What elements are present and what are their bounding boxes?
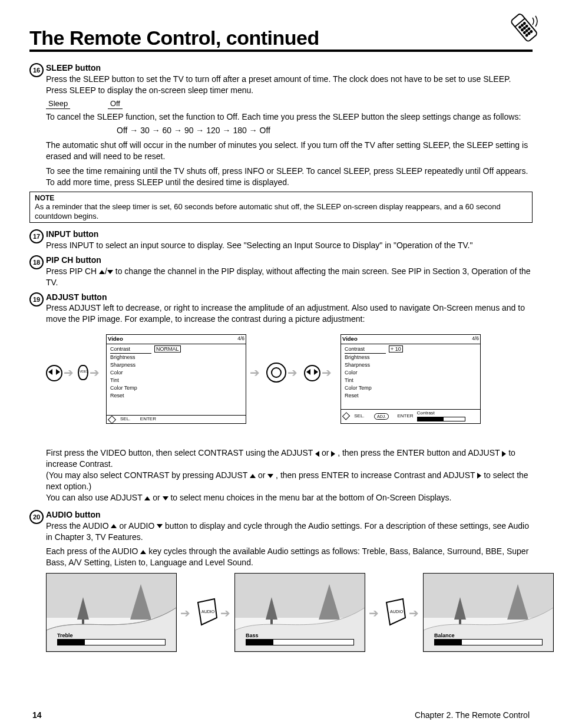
osd2-tint: Tint: [345, 377, 477, 384]
left-triangle-icon: [315, 451, 319, 457]
up-triangle-icon: [250, 474, 256, 478]
photo-bass: Bass: [234, 573, 365, 652]
flow-arrow-icon: ➔: [287, 365, 297, 381]
osd1-tint: Tint: [110, 377, 242, 384]
note-heading: NOTE: [35, 194, 527, 202]
adjust-line-b: (You may also select CONTRAST by pressin…: [46, 470, 533, 492]
osd1-brightness: Brightness: [110, 354, 242, 361]
svg-rect-14: [47, 574, 176, 618]
right-triangle-icon: [477, 473, 481, 479]
audio-example: Each press of the AUDIO key cycles throu…: [46, 546, 533, 568]
item-17: 17 INPUT button Press INPUT to select an…: [29, 229, 533, 251]
svg-point-12: [528, 32, 530, 35]
sleep-osd-value: Off: [108, 98, 123, 110]
flow-arrow-icon: ➔: [369, 605, 379, 621]
photo1-label: Treble: [57, 632, 166, 639]
item-20: 20 AUDIO button Press the AUDIO or AUDIO…: [29, 509, 533, 673]
header-divider: [29, 50, 533, 52]
adjust-line-a: First press the VIDEO button, then selec…: [46, 447, 533, 470]
osd2-foot-sel: SEL.: [354, 413, 364, 420]
flow-arrow-icon: ➔: [322, 365, 332, 381]
page-footer: 14 Chapter 2. The Remote Control: [0, 710, 562, 721]
audio-body-mid: or AUDIO: [119, 521, 154, 531]
svg-point-6: [523, 27, 525, 29]
flow-arrow-icon: ➔: [180, 605, 190, 621]
osd-screen-2: Video 4/6 Contrast + 10 Brightness Sharp…: [340, 334, 481, 424]
sleep-para-b: The automatic shut off will occur in the…: [46, 140, 533, 162]
svg-point-3: [521, 24, 523, 27]
osd1-foot-enter: ENTER: [140, 416, 156, 423]
video-button-icon: VIDEO: [78, 365, 88, 380]
note-box: NOTE As a reminder that the sleep timer …: [29, 192, 533, 223]
down-triangle-icon: [163, 496, 168, 500]
svg-point-13: [530, 30, 533, 32]
osd1-reset: Reset: [110, 392, 242, 400]
svg-point-2: [518, 26, 521, 28]
step-number-16: 16: [29, 63, 44, 77]
item-19: 19 ADJUST button Press ADJUST left to de…: [29, 292, 533, 503]
adjust-line-c: You can also use ADJUST or to select men…: [46, 492, 533, 503]
osd2-foot-bar: Contrast: [417, 410, 478, 423]
step-number-20: 20: [29, 510, 44, 524]
osd2-colortemp: Color Temp: [345, 384, 477, 392]
osd1-colortemp: Color Temp: [110, 384, 242, 392]
osd2-title: Video: [342, 335, 358, 343]
photo3-label: Balance: [434, 632, 543, 639]
remote-control-icon: [507, 11, 541, 47]
right-triangle-icon: [331, 451, 335, 457]
sleep-para-c: To see the time remaining until the TV s…: [46, 166, 533, 188]
audio-photo-row: Treble ➔ AUDIO ➔: [46, 573, 533, 673]
photo-balance: Balance: [423, 573, 554, 652]
osd1-sharpness: Sharpness: [110, 361, 242, 369]
step-number-19: 19: [29, 292, 44, 307]
osd1-contrast-value: NORMAL: [154, 345, 181, 353]
osd1-title: Video: [108, 335, 123, 343]
audio-key-icon: AUDIO: [382, 597, 408, 627]
pipch-body1: Press PIP CH: [46, 266, 97, 276]
svg-text:AUDIO: AUDIO: [201, 610, 215, 614]
enter-button-icon: [266, 363, 286, 383]
svg-rect-26: [424, 574, 553, 618]
adjust-osd-diagram: ➔ VIDEO ➔ Video 4/6 Contrast NORMAL Brig…: [46, 330, 533, 447]
osd2-color: Color: [345, 369, 477, 377]
content-body: 16 SLEEP button Press the SLEEP button t…: [29, 62, 533, 676]
osd-screen-1: Video 4/6 Contrast NORMAL Brightness Sha…: [106, 334, 246, 424]
audio-body-pre: Press the AUDIO: [46, 521, 109, 531]
osd1-contrast-label: Contrast: [110, 345, 151, 354]
osd2-contrast-value: + 10: [389, 345, 403, 353]
audio-title: AUDIO button: [46, 510, 101, 519]
footer-chapter: Chapter 2. The Remote Control: [415, 710, 530, 721]
right-triangle-icon: [502, 451, 506, 457]
pipch-body2: to change the channel in the PIP display…: [46, 266, 531, 287]
svg-point-8: [523, 31, 525, 34]
up-triangle-icon: [111, 524, 117, 528]
input-title: INPUT button: [46, 229, 98, 239]
item-16: 16 SLEEP button Press the SLEEP button t…: [29, 62, 533, 188]
flow-arrow-icon: ➔: [409, 605, 419, 621]
svg-text:AUDIO: AUDIO: [390, 610, 404, 614]
down-triangle-icon: [107, 270, 113, 274]
adjust-pad-right-icon: [304, 365, 320, 381]
svg-point-4: [523, 22, 525, 25]
up-triangle-icon: [144, 496, 150, 500]
adjust-body: Press ADJUST left to decrease, or right …: [46, 303, 525, 324]
up-triangle-icon: [140, 550, 146, 554]
down-triangle-icon: [157, 524, 163, 528]
svg-point-11: [525, 34, 528, 37]
svg-point-5: [521, 29, 523, 31]
diamond-icon: [342, 413, 351, 421]
flow-arrow-icon: ➔: [90, 365, 100, 381]
photo-treble: Treble: [46, 573, 177, 652]
adjust-title: ADJUST button: [46, 292, 107, 302]
osd2-brightness: Brightness: [345, 354, 477, 361]
step-number-17: 17: [29, 229, 44, 243]
flow-arrow-icon: ➔: [250, 365, 260, 381]
photo2-label: Bass: [246, 632, 354, 639]
sleep-osd-label: Sleep: [46, 98, 70, 110]
svg-point-7: [525, 25, 528, 27]
pipch-title: PIP CH button: [46, 255, 101, 265]
svg-point-10: [528, 28, 530, 30]
osd2-foot-enter: ENTER: [397, 413, 413, 420]
up-triangle-icon: [99, 270, 105, 274]
sleep-sequence: Off → 30 → 60 → 90 → 120 → 180 → Off: [117, 125, 533, 136]
